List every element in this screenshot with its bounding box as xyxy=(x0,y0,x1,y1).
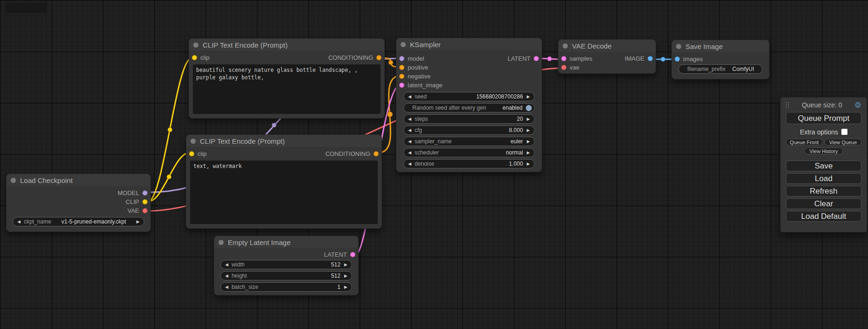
increment-arrow-icon[interactable]: ▶ xyxy=(344,263,347,267)
decrement-arrow-icon[interactable]: ◀ xyxy=(408,162,411,166)
collapse-dot-icon[interactable] xyxy=(191,139,196,144)
output-row: LATENT xyxy=(214,248,358,259)
negative-input-slot[interactable] xyxy=(399,74,404,79)
node-title-bar[interactable]: KSampler xyxy=(396,38,542,50)
increment-arrow-icon[interactable]: ▶ xyxy=(527,95,530,99)
view-history-button[interactable]: View History xyxy=(804,147,843,154)
increment-arrow-icon[interactable]: ▶ xyxy=(344,274,347,278)
node-clip-text-encode-positive[interactable]: CLIP Text Encode (Prompt) clip CONDITION… xyxy=(189,38,385,119)
decrement-arrow-icon[interactable]: ◀ xyxy=(225,285,228,289)
increment-arrow-icon[interactable]: ▶ xyxy=(136,220,140,224)
node-vae-decode[interactable]: VAE Decode samples IMAGE vae xyxy=(558,39,656,74)
widget-value: 20 xyxy=(517,116,523,122)
model-input-slot[interactable] xyxy=(399,56,404,61)
increment-arrow-icon[interactable]: ▶ xyxy=(344,285,347,289)
decrement-arrow-icon[interactable]: ◀ xyxy=(408,128,411,133)
widget-value: 1 xyxy=(337,284,340,290)
view-queue-button[interactable]: View Queue xyxy=(825,139,861,146)
graph-canvas[interactable]: { "colors": { "model": "#B39DDB", "clip"… xyxy=(0,0,868,329)
model-output-slot[interactable] xyxy=(142,190,148,196)
node-title-bar[interactable]: Empty Latent Image xyxy=(214,236,358,248)
collapse-dot-icon[interactable] xyxy=(401,42,406,47)
queue-size-label: Queue size: 0 xyxy=(802,101,842,109)
node-empty-latent-image[interactable]: Empty Latent Image LATENT ◀ width 512 ▶ … xyxy=(214,236,359,295)
increment-arrow-icon[interactable]: ▶ xyxy=(527,117,530,121)
cfg-widget[interactable]: ◀ cfg 8.000 ▶ xyxy=(403,126,535,135)
decrement-arrow-icon[interactable]: ◀ xyxy=(408,140,411,144)
queue-front-button[interactable]: Queue Front xyxy=(786,139,823,146)
node-title-bar[interactable]: CLIP Text Encode (Prompt) xyxy=(189,39,384,51)
latent-image-input-slot[interactable] xyxy=(399,83,404,88)
input-label: positive xyxy=(408,64,428,71)
increment-arrow-icon[interactable]: ▶ xyxy=(527,128,530,133)
collapse-dot-icon[interactable] xyxy=(676,44,681,49)
clear-button[interactable]: Clear xyxy=(786,198,861,209)
node-title-bar[interactable]: VAE Decode xyxy=(558,40,656,52)
increment-arrow-icon[interactable]: ▶ xyxy=(527,162,530,166)
steps-widget[interactable]: ◀ steps 20 ▶ xyxy=(403,114,535,124)
seed-widget[interactable]: ◀ seed 156680208700286 ▶ xyxy=(403,92,535,101)
filename-prefix-widget[interactable]: filename_prefix ComfyUI xyxy=(678,64,762,74)
width-widget[interactable]: ◀ width 512 ▶ xyxy=(220,260,352,269)
increment-arrow-icon[interactable]: ▶ xyxy=(527,140,530,144)
node-ksampler[interactable]: KSampler model LATENT positive negative … xyxy=(396,38,542,172)
vae-input-slot[interactable] xyxy=(561,65,566,70)
queue-prompt-button[interactable]: Queue Prompt xyxy=(786,112,861,124)
node-title-bar[interactable]: Load Checkpoint xyxy=(7,174,150,186)
conditioning-output-slot[interactable] xyxy=(374,151,379,156)
denoise-widget[interactable]: ◀ denoise 1.000 ▶ xyxy=(403,159,535,168)
input-label: vae xyxy=(570,64,579,71)
widget-name: steps xyxy=(415,116,428,122)
slot-row: negative xyxy=(396,72,542,81)
output-label: CONDITIONING xyxy=(328,54,373,61)
clip-output-slot[interactable] xyxy=(142,199,148,204)
output-label: CLIP xyxy=(126,198,139,205)
decrement-arrow-icon[interactable]: ◀ xyxy=(408,151,411,155)
seed-toggle-knob[interactable] xyxy=(526,105,532,111)
latent-output-slot[interactable] xyxy=(350,252,355,257)
clip-input-slot[interactable] xyxy=(189,151,194,156)
load-button[interactable]: Load xyxy=(786,173,861,184)
load-default-button[interactable]: Load Default xyxy=(786,211,861,222)
decrement-arrow-icon[interactable]: ◀ xyxy=(17,220,21,224)
node-title-bar[interactable]: Save Image xyxy=(672,40,769,52)
collapse-dot-icon[interactable] xyxy=(193,42,198,48)
decrement-arrow-icon[interactable]: ◀ xyxy=(408,117,411,121)
scheduler-widget[interactable]: ◀ scheduler normal ▶ xyxy=(403,148,535,157)
clip-input-slot[interactable] xyxy=(192,55,197,60)
decrement-arrow-icon[interactable]: ◀ xyxy=(408,95,411,99)
node-load-checkpoint[interactable]: Load Checkpoint MODEL CLIP VAE ◀ ckpt_na… xyxy=(6,174,151,232)
samples-input-slot[interactable] xyxy=(561,56,566,61)
save-button[interactable]: Save xyxy=(786,161,861,171)
collapse-dot-icon[interactable] xyxy=(219,240,224,245)
increment-arrow-icon[interactable]: ▶ xyxy=(527,151,530,155)
node-save-image[interactable]: Save Image images filename_prefix ComfyU… xyxy=(671,40,769,79)
extra-options-checkbox[interactable] xyxy=(841,129,847,135)
prompt-textarea[interactable]: beautiful scenery nature glass bottle la… xyxy=(193,64,381,114)
decrement-arrow-icon[interactable]: ◀ xyxy=(225,263,228,267)
height-widget[interactable]: ◀ height 512 ▶ xyxy=(220,271,352,280)
image-output-slot[interactable] xyxy=(648,56,653,61)
refresh-button[interactable]: Refresh xyxy=(786,186,861,196)
panel-drag-handle-icon[interactable] xyxy=(786,102,790,108)
input-label: clip xyxy=(200,54,210,61)
widget-name: filename_prefix xyxy=(687,66,725,72)
latent-output-slot[interactable] xyxy=(534,56,539,61)
positive-input-slot[interactable] xyxy=(399,65,404,70)
decrement-arrow-icon[interactable]: ◀ xyxy=(225,274,228,278)
collapse-dot-icon[interactable] xyxy=(563,43,568,49)
random-seed-widget[interactable]: Random seed after every gen enabled xyxy=(403,103,535,112)
slot-row: model LATENT xyxy=(396,50,542,63)
node-title-bar[interactable]: CLIP Text Encode (Prompt) xyxy=(186,135,381,147)
ckpt-name-widget[interactable]: ◀ ckpt_name v1-5-pruned-emaonly.ckpt ▶ xyxy=(13,217,144,226)
sampler-name-widget[interactable]: ◀ sampler_name euler ▶ xyxy=(403,137,535,146)
settings-gear-icon[interactable]: ⚙ xyxy=(854,101,861,109)
node-clip-text-encode-negative[interactable]: CLIP Text Encode (Prompt) clip CONDITION… xyxy=(186,134,382,229)
input-label: samples xyxy=(570,55,592,62)
conditioning-output-slot[interactable] xyxy=(376,55,381,60)
images-input-slot[interactable] xyxy=(675,56,680,62)
prompt-textarea[interactable]: text, watermark xyxy=(190,161,378,224)
collapse-dot-icon[interactable] xyxy=(11,178,16,183)
batch-size-widget[interactable]: ◀ batch_size 1 ▶ xyxy=(220,282,352,292)
vae-output-slot[interactable] xyxy=(142,208,148,213)
